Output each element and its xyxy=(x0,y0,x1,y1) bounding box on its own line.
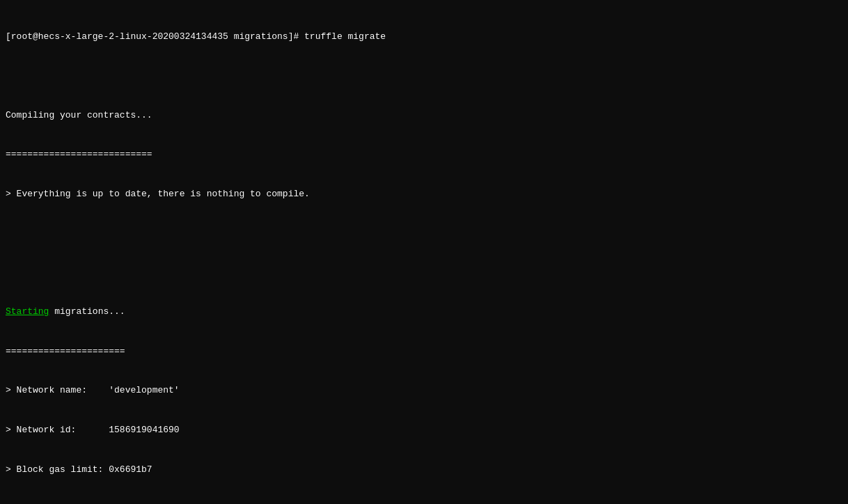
divider-line-1: =========================== xyxy=(6,148,842,162)
network-name-text: > Network name: 'development' xyxy=(6,385,180,395)
divider-line-2: ====================== xyxy=(6,345,842,359)
up-to-date-text: > Everything is up to date, there is not… xyxy=(6,189,310,199)
compiling-header-line: Compiling your contracts... xyxy=(6,109,842,123)
starting-keyword: Starting xyxy=(6,306,49,317)
command-text: [root@hecs-x-large-2-linux-2020032413443… xyxy=(6,31,386,42)
divider2-text: ====================== xyxy=(6,346,125,356)
blank-line-3 xyxy=(6,267,842,280)
network-id-line: > Network id: 1586919041690 xyxy=(6,424,842,437)
migrations-text: migrations... xyxy=(49,306,125,317)
up-to-date-line: > Everything is up to date, there is not… xyxy=(6,188,842,201)
network-name-line: > Network name: 'development' xyxy=(6,384,842,397)
network-id-text: > Network id: 1586919041690 xyxy=(6,425,180,435)
blank-line-1 xyxy=(6,70,842,83)
terminal-window: [root@hecs-x-large-2-linux-2020032413443… xyxy=(6,4,842,504)
starting-migrations-line: Starting migrations... xyxy=(6,306,842,319)
divider1-text: =========================== xyxy=(6,149,152,159)
blank-line-2 xyxy=(6,227,842,240)
block-gas-text: > Block gas limit: 0x6691b7 xyxy=(6,464,152,475)
compiling-header-text: Compiling your contracts... xyxy=(6,110,152,120)
command-line: [root@hecs-x-large-2-linux-2020032413443… xyxy=(6,31,842,44)
block-gas-line: > Block gas limit: 0x6691b7 xyxy=(6,464,842,477)
